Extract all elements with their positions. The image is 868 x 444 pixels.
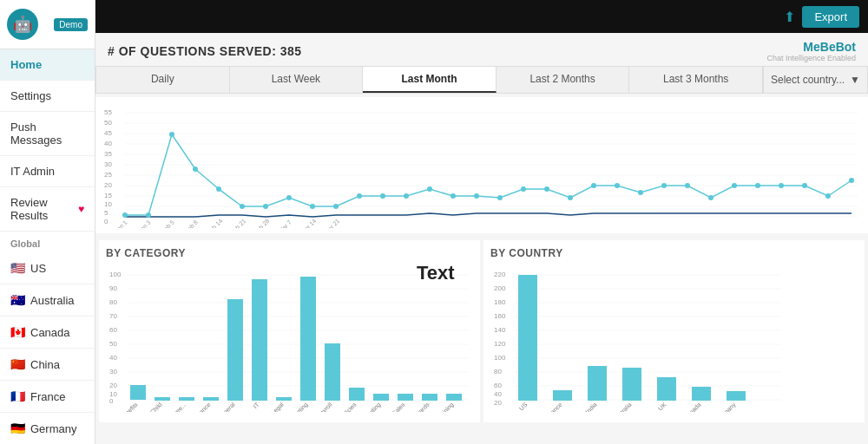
svg-text:15: 15 [104, 192, 112, 199]
svg-text:35: 35 [104, 150, 112, 158]
sidebar-item-canada[interactable]: 🇨🇦 Canada [0, 317, 95, 349]
svg-text:Training: Training [435, 402, 455, 412]
svg-text:General: General [216, 401, 236, 412]
svg-point-28 [240, 204, 245, 209]
tab-daily[interactable]: Daily [96, 67, 230, 93]
svg-text:Mar 7: Mar 7 [277, 219, 293, 228]
svg-rect-92 [276, 397, 292, 401]
svg-rect-95 [349, 388, 365, 401]
flag-france: 🇫🇷 [10, 389, 25, 403]
tab-last-2-months[interactable]: Last 2 Months [496, 67, 630, 93]
sidebar: 🤖 Demo Home Settings Push Messages IT Ad… [0, 0, 95, 444]
country-label-australia: Australia [30, 294, 75, 307]
flag-canada: 🇨🇦 [10, 325, 25, 339]
by-country-chart: BY COUNTRY 220 200 180 160 140 120 100 8… [483, 240, 865, 422]
svg-text:CAA Child: CAA Child [139, 402, 163, 412]
svg-text:India: India [584, 402, 598, 412]
svg-point-30 [286, 195, 292, 200]
svg-text:France: France [545, 402, 562, 412]
export-button[interactable]: Export [802, 6, 859, 28]
svg-text:180: 180 [494, 298, 506, 306]
svg-text:Mar 14: Mar 14 [299, 218, 317, 228]
svg-text:20: 20 [109, 382, 117, 389]
svg-text:120: 120 [494, 340, 506, 348]
stats-header: # OF QUESTIONS SERVED: 385 MeBeBot Chat … [95, 33, 868, 66]
sidebar-item-label: Home [10, 58, 42, 71]
svg-text:50: 50 [109, 340, 117, 348]
tab-last-3-months[interactable]: Last 3 Months [629, 67, 763, 93]
sidebar-item-us[interactable]: 🇺🇸 US [0, 252, 95, 284]
svg-text:Mar 21: Mar 21 [323, 218, 340, 228]
svg-point-34 [380, 193, 385, 199]
svg-text:Jan 1: Jan 1 [114, 219, 128, 228]
sidebar-item-germany[interactable]: 🇩🇪 Germany [0, 413, 95, 444]
sidebar-item-push-messages[interactable]: Push Messages [0, 112, 95, 156]
sidebar-item-it-admin[interactable]: IT Admin [0, 156, 95, 187]
tab-last-week[interactable]: Last Week [230, 67, 364, 93]
svg-text:Payroll: Payroll [316, 401, 334, 412]
svg-point-36 [427, 186, 432, 192]
svg-rect-89 [203, 397, 219, 401]
flag-us: 🇺🇸 [10, 261, 25, 275]
svg-text:100: 100 [494, 354, 506, 362]
svg-point-39 [497, 195, 503, 200]
svg-text:US: US [518, 402, 529, 412]
sidebar-item-home[interactable]: Home [0, 49, 95, 81]
svg-point-41 [544, 186, 549, 192]
svg-rect-86 [130, 385, 146, 400]
sidebar-item-settings[interactable]: Settings [0, 81, 95, 112]
svg-text:Feb 8: Feb 8 [183, 219, 199, 228]
svg-text:5: 5 [104, 209, 108, 217]
mebebot-name: MeBeBot [803, 40, 856, 54]
svg-point-24 [146, 212, 151, 218]
country-label-us: US [30, 262, 46, 275]
svg-text:25: 25 [104, 171, 112, 179]
svg-text:0: 0 [109, 397, 114, 405]
tab-last-month[interactable]: Last Month [363, 67, 496, 93]
svg-text:80: 80 [109, 298, 117, 306]
svg-text:20: 20 [104, 181, 112, 189]
svg-point-38 [474, 193, 479, 199]
flag-germany: 🇩🇪 [10, 421, 25, 435]
svg-point-32 [333, 204, 339, 209]
svg-point-26 [193, 166, 198, 172]
svg-text:30: 30 [104, 160, 112, 168]
svg-text:60: 60 [494, 382, 502, 389]
sidebar-item-china[interactable]: 🇨🇳 China [0, 349, 95, 381]
svg-text:Canada: Canada [682, 402, 701, 412]
sidebar-item-australia[interactable]: 🇦🇺 Australia [0, 284, 95, 317]
svg-text:40: 40 [104, 140, 112, 147]
svg-rect-141 [727, 391, 746, 401]
by-country-title: BY COUNTRY [490, 247, 858, 259]
sidebar-item-label: Review Results [10, 196, 73, 222]
country-select-dropdown[interactable]: Select country... ▼ [763, 67, 867, 93]
svg-text:140: 140 [494, 326, 506, 334]
by-category-chart: BY CATEGORY 100 90 80 70 60 50 40 30 20 … [99, 240, 480, 422]
svg-rect-98 [422, 394, 437, 401]
svg-text:40: 40 [494, 390, 502, 398]
sidebar-item-review-results[interactable]: Review Results ♥ [0, 187, 95, 232]
flag-china: 🇨🇳 [10, 357, 25, 371]
svg-rect-87 [155, 397, 170, 401]
svg-rect-88 [179, 397, 194, 401]
svg-text:40: 40 [109, 354, 117, 362]
heart-icon: ♥ [78, 203, 84, 215]
svg-rect-94 [325, 343, 340, 401]
demo-badge: Demo [54, 18, 88, 31]
main-content: ⬆ Export # OF QUESTIONS SERVED: 385 MeBe… [95, 0, 868, 444]
svg-text:20: 20 [494, 399, 502, 407]
category-bar-chart: 100 90 80 70 60 50 40 30 20 10 0 [106, 264, 470, 412]
svg-point-50 [755, 183, 760, 188]
sidebar-header: 🤖 Demo [0, 0, 95, 49]
svg-rect-99 [446, 394, 462, 401]
svg-point-35 [404, 193, 409, 199]
svg-rect-96 [373, 394, 389, 401]
svg-point-51 [779, 183, 784, 188]
svg-point-53 [825, 193, 831, 199]
country-label-canada: Canada [30, 326, 70, 339]
svg-text:Finance: Finance [192, 402, 212, 412]
country-label-china: China [30, 358, 60, 371]
sidebar-item-france[interactable]: 🇫🇷 France [0, 381, 95, 413]
logo-icon: 🤖 [7, 9, 38, 40]
country-bar-chart: 220 200 180 160 140 120 100 80 60 40 20 [490, 264, 786, 412]
